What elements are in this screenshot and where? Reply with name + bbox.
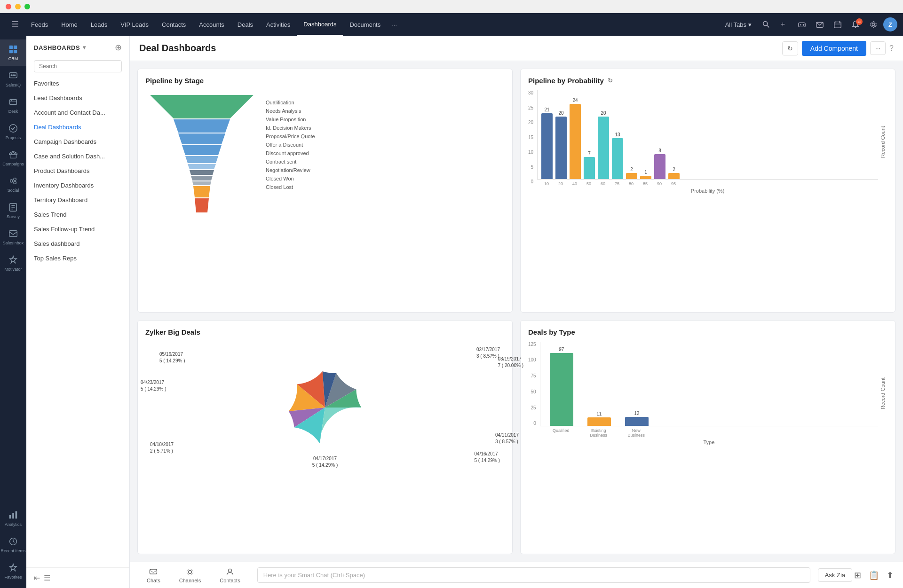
svg-point-27 <box>10 180 13 182</box>
sidebar-dropdown-icon[interactable]: ▾ <box>83 44 86 51</box>
all-tabs-button[interactable]: All Tabs ▾ <box>721 21 756 28</box>
calendar-icon-btn[interactable] <box>830 17 846 31</box>
svg-line-1 <box>767 25 769 28</box>
sidebar-item-recent[interactable]: Recent Items <box>0 532 26 558</box>
more-options-button[interactable]: ··· <box>870 41 886 55</box>
sidebar-nav-favorites[interactable]: Favorites <box>26 76 129 91</box>
bottom-right-actions: ⊞ 📋 ⬆ <box>852 568 895 582</box>
hamburger-menu[interactable]: ☰ <box>6 19 24 30</box>
top-nav: ☰ Feeds Home Leads VIP Leads Contacts Ac… <box>0 13 903 36</box>
smart-chat-input[interactable]: Here is your Smart Chat (Ctrl+Space) <box>257 567 810 583</box>
sidebar-nav-territory[interactable]: Territory Dashboard <box>26 193 129 207</box>
sidebar-search-input[interactable] <box>34 60 122 72</box>
sidebar-collapse-icon[interactable]: ⇤ <box>34 573 40 582</box>
minimize-dot[interactable] <box>15 4 21 9</box>
bottom-action-3[interactable]: ⬆ <box>885 568 895 582</box>
pipeline-by-stage-card: Pipeline by Stage <box>137 69 513 313</box>
sidebar-item-social[interactable]: Social <box>0 171 26 197</box>
sidebar-add-icon[interactable]: ⊕ <box>115 42 122 53</box>
sidebar-item-salesinbox[interactable]: SalesInbox <box>0 224 26 250</box>
bottom-tab-chats[interactable]: Chats <box>137 567 170 583</box>
nav-accounts[interactable]: Accounts <box>192 13 230 36</box>
nav-activities[interactable]: Activities <box>260 13 297 36</box>
sidebar-nav-lead-dashboards[interactable]: Lead Dashboards <box>26 91 129 105</box>
svg-point-19 <box>11 74 13 76</box>
bottom-tab-channels[interactable]: Channels <box>170 567 210 583</box>
svg-marker-49 <box>190 170 214 175</box>
mail-icon-btn[interactable] <box>812 17 828 31</box>
svg-point-21 <box>14 74 16 76</box>
svg-rect-22 <box>10 100 17 105</box>
nav-home[interactable]: Home <box>55 13 84 36</box>
sidebar-item-survey[interactable]: Survey <box>0 197 26 224</box>
bottom-action-2[interactable]: 📋 <box>867 568 881 582</box>
settings-icon-btn[interactable] <box>865 17 881 31</box>
sidebar-nav-campaign[interactable]: Campaign Dashboards <box>26 134 129 149</box>
sidebar-item-campaigns[interactable]: Campaigns <box>0 145 26 171</box>
nav-feeds[interactable]: Feeds <box>24 13 55 36</box>
deals-type-y-axis-label: Record Count <box>880 342 887 445</box>
bar-20 <box>555 117 567 179</box>
sidebar-item-desk[interactable]: Desk <box>0 92 26 118</box>
bar-50 <box>584 157 595 179</box>
nav-contacts[interactable]: Contacts <box>155 13 192 36</box>
probability-x-labels: 10 20 40 50 60 75 80 85 90 95 <box>537 180 878 188</box>
add-icon-btn[interactable]: + <box>776 17 792 31</box>
nav-deals[interactable]: Deals <box>231 13 260 36</box>
sidebar-item-analytics[interactable]: Analytics <box>0 505 26 532</box>
svg-rect-40 <box>16 511 17 519</box>
refresh-button[interactable]: ↻ <box>782 41 798 55</box>
sidebar-nav-top-sales[interactable]: Top Sales Reps <box>26 251 129 266</box>
nav-items: Feeds Home Leads VIP Leads Contacts Acco… <box>24 13 721 36</box>
deals-type-bars: 97 11 12 <box>540 342 878 426</box>
sidebar-nav-sales-trend[interactable]: Sales Trend <box>26 207 129 222</box>
probability-chart-inner: 21 20 24 <box>537 90 878 194</box>
ask-zia-button[interactable]: Ask Zia <box>818 568 852 582</box>
bottom-action-1[interactable]: ⊞ <box>852 568 863 582</box>
bottom-tab-contacts[interactable]: Contacts <box>210 567 249 583</box>
bar-95 <box>668 173 680 179</box>
maximize-dot[interactable] <box>24 4 30 9</box>
nav-vip-leads[interactable]: VIP Leads <box>114 13 155 36</box>
bar-90 <box>654 154 665 179</box>
sidebar-item-favorites[interactable]: Favorites <box>0 558 26 584</box>
sidebar-nav-product[interactable]: Product Dashboards <box>26 164 129 178</box>
nav-dashboards[interactable]: Dashboards <box>297 13 343 36</box>
nav-more[interactable]: ··· <box>387 21 402 28</box>
pipeline-by-stage-title: Pipeline by Stage <box>145 77 505 85</box>
sidebar-item-projects[interactable]: Projects <box>0 118 26 145</box>
svg-point-55 <box>189 570 192 573</box>
nav-right: All Tabs ▾ + 13 Z <box>721 17 897 31</box>
search-icon-btn[interactable] <box>758 17 774 31</box>
svg-marker-52 <box>193 186 210 197</box>
sidebar-item-motivator[interactable]: Motivator <box>0 250 26 276</box>
sidebar-nav-account-contact[interactable]: Account and Contact Da... <box>26 105 129 120</box>
nav-documents[interactable]: Documents <box>343 13 387 36</box>
help-button[interactable]: ? <box>889 44 894 53</box>
notification-badge: 13 <box>856 18 863 25</box>
bar-qualified <box>550 353 573 426</box>
sidebar-list-icon[interactable]: ☰ <box>44 573 50 582</box>
svg-point-57 <box>229 569 232 572</box>
nav-leads[interactable]: Leads <box>84 13 114 36</box>
sidebar-item-salesiq[interactable]: SalesIQ <box>0 66 26 92</box>
svg-line-31 <box>13 181 14 182</box>
sidebar-nav-deal-dashboards[interactable]: Deal Dashboards <box>26 120 129 134</box>
svg-rect-14 <box>9 46 13 49</box>
close-dot[interactable] <box>6 4 11 9</box>
notification-icon-btn[interactable]: 13 <box>848 17 863 31</box>
sidebar-nav-sales-dashboard[interactable]: Sales dashboard <box>26 236 129 251</box>
sidebar-nav-inventory[interactable]: Inventory Dashboards <box>26 178 129 193</box>
header-actions: ↻ Add Component ··· ? <box>782 41 894 56</box>
add-component-button[interactable]: Add Component <box>802 41 866 56</box>
game-icon-btn[interactable] <box>794 17 810 31</box>
dashboard-grid: Pipeline by Stage <box>130 61 903 562</box>
svg-rect-17 <box>14 50 17 53</box>
sidebar-nav-sales-followup[interactable]: Sales Follow-up Trend <box>26 222 129 236</box>
sidebar-nav-case-solution[interactable]: Case and Solution Dash... <box>26 149 129 164</box>
user-avatar[interactable]: Z <box>883 17 897 31</box>
probability-refresh-icon[interactable]: ↻ <box>608 77 613 84</box>
svg-point-28 <box>14 178 16 181</box>
sidebar-item-crm[interactable]: CRM <box>0 39 26 66</box>
deals-type-y-axis: 125 100 75 50 25 0 <box>528 342 538 426</box>
